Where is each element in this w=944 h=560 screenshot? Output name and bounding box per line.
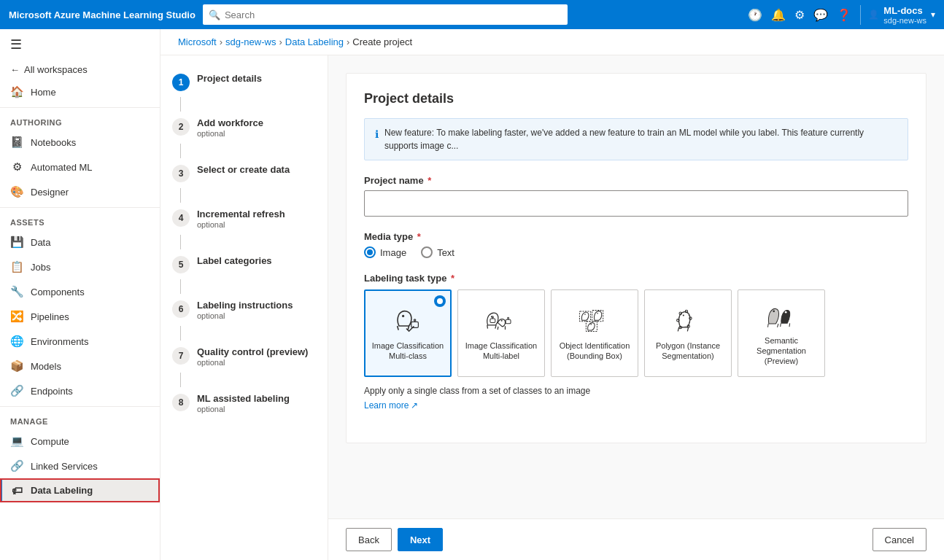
assets-section-label: Assets <box>0 211 160 230</box>
task-card-img-class-multilabel[interactable]: Image Classification Multi-label <box>457 289 545 377</box>
task-card-semantic-seg[interactable]: Semantic Segmentation (Preview) <box>738 289 825 377</box>
sidebar-item-designer[interactable]: 🎨 Designer <box>0 179 160 204</box>
hamburger-button[interactable]: ☰ <box>0 29 160 60</box>
svg-point-20 <box>677 319 679 321</box>
sidebar-item-environments[interactable]: 🌐 Environments <box>0 329 160 354</box>
sidebar-item-models[interactable]: 📦 Models <box>0 354 160 378</box>
img-class-multi-icon <box>390 306 425 335</box>
task-card-polygon-seg[interactable]: Polygon (Instance Segmentation) <box>644 289 732 377</box>
sidebar-item-notebooks[interactable]: 📓 Notebooks <box>0 130 160 155</box>
components-icon: 🔧 <box>10 285 23 298</box>
settings-icon[interactable]: ⚙ <box>794 8 805 22</box>
search-icon: 🔍 <box>209 9 220 20</box>
svg-point-15 <box>597 313 598 314</box>
task-type-field: Labeling task type * <box>364 273 908 411</box>
back-button[interactable]: Back <box>346 528 392 551</box>
svg-point-11 <box>492 316 493 318</box>
user-menu[interactable]: 👤 ML-docs sdg-new-ws ▾ <box>860 5 935 25</box>
sidebar-item-data-labeling[interactable]: 🏷 Data Labeling <box>0 478 160 502</box>
workspace-selector[interactable]: This workspace ▾ <box>475 7 562 23</box>
automated-ml-icon: ⚙ <box>10 160 23 174</box>
svg-point-25 <box>773 310 775 312</box>
back-to-workspaces[interactable]: ← All workspaces <box>0 60 160 79</box>
account-icon: 👤 <box>868 9 879 20</box>
sidebar-item-components[interactable]: 🔧 Components <box>0 279 160 304</box>
info-icon: ℹ <box>375 127 379 142</box>
svg-rect-9 <box>490 319 495 322</box>
sidebar-item-compute[interactable]: 💻 Compute <box>0 429 160 454</box>
info-banner: ℹ New feature: To make labeling faster, … <box>364 118 908 160</box>
next-button[interactable]: Next <box>398 528 443 551</box>
task-card-img-class-multi[interactable]: Image Classification Multi-class <box>364 289 452 377</box>
radio-text-circle <box>421 246 433 258</box>
sidebar-item-endpoints[interactable]: 🔗 Endpoints <box>0 378 160 403</box>
media-type-radio-group: Image Text <box>364 246 908 258</box>
topbar-icons: 🕐 🔔 ⚙ 💬 ❓ 👤 ML-docs sdg-new-ws ▾ <box>748 5 935 25</box>
step-7[interactable]: 7 Quality control (preview) optional <box>160 341 328 373</box>
radio-image-dot <box>367 249 373 255</box>
cancel-button[interactable]: Cancel <box>873 528 926 551</box>
sidebar-item-jobs[interactable]: 📋 Jobs <box>0 254 160 279</box>
data-icon: 💾 <box>10 236 23 249</box>
jobs-icon: 📋 <box>10 260 23 273</box>
step-8[interactable]: 8 ML assisted labeling optional <box>160 387 328 419</box>
topbar: Microsoft Azure Machine Learning Studio … <box>0 0 944 29</box>
breadcrumb-microsoft[interactable]: Microsoft <box>178 36 217 47</box>
breadcrumb-data-labeling[interactable]: Data Labeling <box>285 36 344 47</box>
sidebar-item-pipelines[interactable]: 🔀 Pipelines <box>0 304 160 329</box>
project-name-input[interactable] <box>364 190 908 217</box>
task-card-obj-identification[interactable]: Object Identification (Bounding Box) <box>551 289 638 377</box>
sidebar-item-data[interactable]: 💾 Data <box>0 230 160 254</box>
main-content: Project details ℹ New feature: To make l… <box>328 55 944 518</box>
manage-section-label: Manage <box>0 410 160 429</box>
help-icon[interactable]: ❓ <box>837 8 851 22</box>
step-3[interactable]: 3 Select or create data <box>160 158 328 188</box>
bottom-bar: Back Next Cancel <box>328 518 944 560</box>
svg-point-17 <box>590 324 592 325</box>
sidebar-item-automated-ml[interactable]: ⚙ Automated ML <box>0 155 160 179</box>
main-layout: ☰ ← All workspaces 🏠 Home Authoring 📓 No… <box>0 29 944 560</box>
main-area: Project details ℹ New feature: To make l… <box>328 55 944 560</box>
task-type-grid: Image Classification Multi-class <box>364 289 908 377</box>
breadcrumb: Microsoft › sdg-new-ws › Data Labeling ›… <box>160 29 944 55</box>
sidebar-item-linked-services[interactable]: 🔗 Linked Services <box>0 454 160 478</box>
step-4[interactable]: 4 Incremental refresh optional <box>160 203 328 235</box>
linked-services-icon: 🔗 <box>10 459 23 472</box>
compute-icon: 💻 <box>10 435 23 448</box>
step-5-circle: 5 <box>172 256 190 273</box>
step-4-circle: 4 <box>172 209 190 227</box>
user-chevron-icon: ▾ <box>931 9 935 20</box>
feedback-icon[interactable]: 💬 <box>813 8 828 22</box>
step-7-circle: 7 <box>172 347 190 365</box>
svg-rect-6 <box>506 319 511 323</box>
history-icon[interactable]: 🕐 <box>748 8 762 22</box>
step-5[interactable]: 5 Label categories <box>160 249 328 279</box>
authoring-section-label: Authoring <box>0 111 160 130</box>
breadcrumb-sdg[interactable]: sdg-new-ws <box>225 36 276 47</box>
svg-point-13 <box>584 314 586 315</box>
search-box[interactable]: 🔍 This workspace ▾ <box>203 4 568 25</box>
step-2-circle: 2 <box>172 118 190 136</box>
info-banner-text: New feature: To make labeling faster, we… <box>384 126 897 152</box>
card-title: Project details <box>364 91 908 106</box>
step-2[interactable]: 2 Add workforce optional <box>160 112 328 144</box>
data-labeling-icon: 🏷 <box>10 484 23 497</box>
sidebar-item-home[interactable]: 🏠 Home <box>0 79 160 104</box>
step-8-circle: 8 <box>172 394 190 411</box>
project-name-field: Project name * <box>364 175 908 217</box>
radio-image[interactable]: Image <box>364 246 406 258</box>
step-1[interactable]: 1 Project details <box>160 67 328 97</box>
bell-icon[interactable]: 🔔 <box>771 8 786 22</box>
endpoints-icon: 🔗 <box>10 384 23 397</box>
step-6[interactable]: 6 Labeling instructions optional <box>160 294 328 326</box>
designer-icon: 🎨 <box>10 185 23 198</box>
polygon-seg-icon <box>670 306 705 335</box>
radio-text[interactable]: Text <box>421 246 454 258</box>
notebooks-icon: 📓 <box>10 136 23 149</box>
stepper-panel: 1 Project details 2 Add workforce option… <box>160 55 328 560</box>
svg-point-5 <box>501 319 503 321</box>
search-input[interactable] <box>225 9 471 20</box>
topbar-title: Microsoft Azure Machine Learning Studio <box>9 9 196 20</box>
media-type-field: Media type * Image <box>364 231 908 258</box>
learn-more-link[interactable]: Learn more ↗ <box>364 400 418 411</box>
